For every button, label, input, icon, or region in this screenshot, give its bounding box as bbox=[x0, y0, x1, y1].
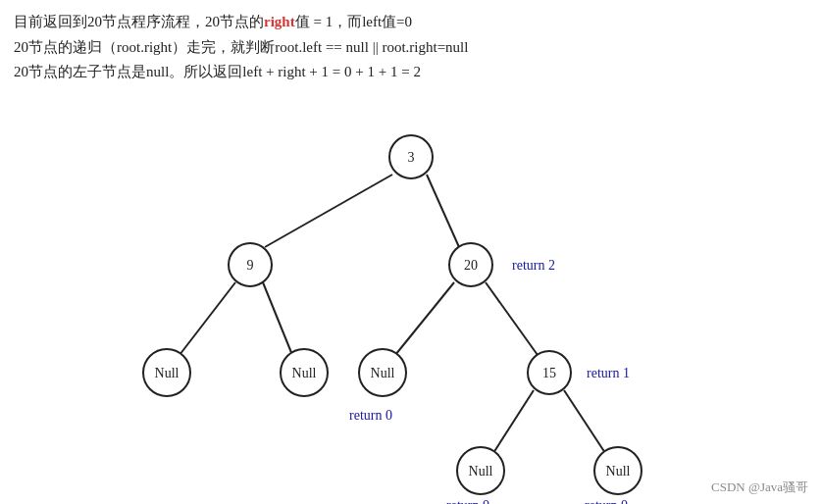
edge-n15-null4 bbox=[493, 390, 534, 453]
line1-highlight: right bbox=[264, 14, 295, 29]
tree-svg: 3 9 20 return 2 Null Null Null return 0 … bbox=[0, 108, 822, 504]
edge-n9-null2 bbox=[263, 282, 292, 355]
annotation-return0-null3: return 0 bbox=[349, 408, 392, 423]
node-20-label: 20 bbox=[464, 258, 478, 273]
line1-post: 值 = 1，而left值=0 bbox=[295, 14, 412, 29]
tree-diagram: 3 9 20 return 2 Null Null Null return 0 … bbox=[0, 108, 822, 504]
edge-n20-n15 bbox=[486, 282, 538, 355]
description-block: 目前返回到20节点程序流程，20节点的right值 = 1，而left值=0 2… bbox=[0, 0, 822, 91]
edge-root-n20 bbox=[427, 175, 459, 247]
node-15-label: 15 bbox=[542, 366, 556, 380]
node-null3-label: Null bbox=[371, 366, 395, 380]
edge-root-n9 bbox=[265, 175, 392, 247]
node-9-label: 9 bbox=[247, 258, 254, 273]
watermark: CSDN @Java骚哥 bbox=[711, 479, 808, 496]
node-null4-label: Null bbox=[469, 464, 493, 479]
edge-n15-null5 bbox=[564, 390, 605, 453]
edge-n9-null1 bbox=[180, 282, 235, 355]
node-null2-label: Null bbox=[292, 366, 317, 380]
annotation-return2: return 2 bbox=[512, 258, 555, 273]
annotation-return0-null4: return 0 bbox=[446, 498, 489, 504]
annotation-return0-null5: return 0 bbox=[585, 498, 628, 504]
annotation-return1: return 1 bbox=[587, 366, 630, 380]
line1: 目前返回到20节点程序流程，20节点的right值 = 1，而left值=0 bbox=[14, 10, 808, 35]
node-null5-label: Null bbox=[606, 464, 631, 479]
node-null1-label: Null bbox=[155, 366, 180, 380]
line1-pre: 目前返回到20节点程序流程，20节点的 bbox=[14, 14, 264, 29]
edge-n20-null3 bbox=[395, 282, 454, 355]
line3: 20节点的左子节点是null。所以返回left + right + 1 = 0 … bbox=[14, 60, 808, 85]
node-root-label: 3 bbox=[408, 150, 415, 165]
line2: 20节点的递归（root.right）走完，就判断root.left == nu… bbox=[14, 35, 808, 61]
